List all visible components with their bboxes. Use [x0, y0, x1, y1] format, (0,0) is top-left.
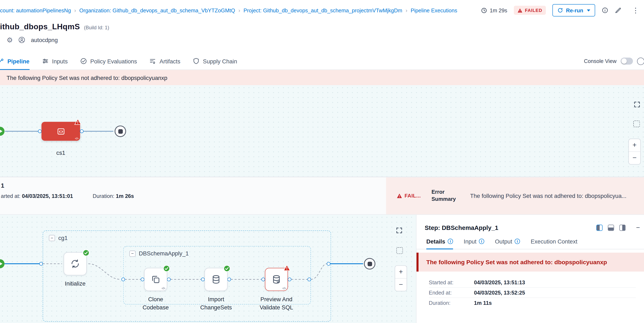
connector-dot[interactable]: [227, 278, 231, 281]
warning-triangle-icon: [397, 193, 402, 198]
tab-label: Supply Chain: [203, 58, 237, 64]
info-circle-icon[interactable]: i: [479, 239, 484, 244]
group-label: cg1: [58, 234, 68, 241]
chevron-right-icon: ›: [74, 7, 76, 14]
console-view-control: Console View: [584, 57, 640, 65]
marquee-select-icon[interactable]: [633, 121, 640, 127]
connector-dot[interactable]: [307, 278, 311, 281]
warning-badge-icon: [74, 118, 81, 125]
minimize-panel-icon[interactable]: −: [636, 224, 640, 231]
custom-stage-icon: [56, 127, 65, 136]
edit-pencil-icon[interactable]: [615, 7, 622, 14]
collapse-icon[interactable]: −: [129, 250, 136, 257]
stage-name: 1: [1, 182, 386, 189]
zoom-in-button[interactable]: +: [629, 139, 640, 151]
fullscreen-icon[interactable]: [633, 101, 641, 108]
breadcrumb-account[interactable]: count: automationPipelinesNg: [0, 7, 71, 14]
stage-duration: Duration: 1m 26s: [93, 193, 134, 199]
breadcrumb-project[interactable]: Project: Github_db_devops_aut_db_schema_…: [244, 7, 402, 14]
clock-icon: [481, 7, 487, 14]
layout-bottom-panel-icon[interactable]: [608, 224, 614, 231]
panel-tab-execution-context[interactable]: Execution Context: [531, 234, 577, 249]
panel-tab-input[interactable]: Input i: [464, 234, 484, 249]
clipped-circle-icon[interactable]: [637, 57, 644, 65]
group-header: − DBSchemaApply_1: [129, 250, 189, 257]
panel-tab-output[interactable]: Output i: [495, 234, 520, 249]
detail-row: Duration: 1m 11s: [429, 298, 636, 308]
tab-pipeline[interactable]: Pipeline: [0, 53, 30, 70]
zoom-controls: + −: [395, 265, 407, 291]
step-detail-rows: Started at: 04/03/2025, 13:51:13 Ended a…: [416, 271, 644, 308]
pipeline-end-node[interactable]: [114, 126, 126, 137]
tab-policy-evaluations[interactable]: Policy Evaluations: [80, 53, 137, 70]
stage-summary-row: 1 arted at: 04/03/2025, 13:51:01 Duratio…: [0, 177, 644, 215]
tab-artifacts[interactable]: Artifacts: [149, 53, 180, 70]
started-at: arted at: 04/03/2025, 13:51:01: [1, 193, 73, 199]
stop-icon: [367, 261, 372, 266]
execution-tab-bar: Pipeline Inputs Policy Evaluations Artif…: [0, 53, 644, 70]
step-details-panel: Step: DBSchemaApply_1 − Details i Input …: [416, 215, 644, 323]
stage-start-node: [0, 259, 4, 268]
rerun-button[interactable]: Re-run: [552, 4, 595, 17]
collapse-icon[interactable]: −: [49, 235, 55, 241]
top-bar: count: automationPipelinesNg › Organizat…: [0, 0, 644, 21]
zoom-controls: + −: [628, 139, 641, 165]
connector-dot[interactable]: [80, 130, 84, 133]
step-node-import-changesets[interactable]: [204, 268, 228, 291]
group-header: − cg1: [49, 234, 68, 241]
meta-row: ⚙ autocdpng: [6, 35, 58, 45]
connector-dot[interactable]: [201, 278, 205, 281]
connector-dot[interactable]: [39, 262, 43, 266]
chevron-right-icon: ›: [406, 7, 408, 14]
kebab-menu-icon[interactable]: ⋮: [632, 6, 639, 15]
connector-dot[interactable]: [327, 262, 330, 266]
zoom-in-button[interactable]: +: [395, 266, 407, 278]
gear-icon[interactable]: ⚙: [6, 36, 13, 43]
step-node-clone-codebase[interactable]: </>: [144, 268, 167, 291]
stage-node-cs1[interactable]: </>: [42, 122, 80, 141]
stage-info: 1 arted at: 04/03/2025, 13:51:01 Duratio…: [0, 177, 386, 214]
zoom-out-button[interactable]: −: [395, 279, 407, 291]
layout-right-panel-icon[interactable]: [619, 224, 625, 231]
code-glyph: </>: [162, 287, 165, 290]
tab-label: Execution Context: [531, 238, 577, 244]
stage-label: cs1: [42, 149, 80, 157]
step-node-preview-validate-sql[interactable]: </>: [265, 268, 288, 291]
shield-icon: [193, 58, 200, 65]
info-circle-icon[interactable]: [602, 7, 608, 14]
console-view-label: Console View: [584, 58, 617, 64]
layout-left-panel-icon[interactable]: [596, 224, 602, 231]
refresh-icon: [558, 7, 563, 13]
console-view-toggle[interactable]: [620, 58, 633, 65]
detail-value: 04/03/2025, 13:52:25: [474, 289, 525, 296]
play-icon: [0, 262, 2, 266]
step-node-initialize[interactable]: [64, 252, 87, 275]
fail-text: FAIL...: [404, 193, 421, 199]
tab-inputs[interactable]: Inputs: [42, 53, 68, 70]
info-circle-icon[interactable]: i: [515, 239, 520, 244]
pipeline-connection-lines: [0, 85, 644, 177]
connector-dot[interactable]: [262, 278, 265, 281]
policy-banner-text: The following Policy Set was not adhered…: [6, 74, 167, 81]
panel-layout-controls: −: [596, 224, 641, 231]
panel-header: Step: DBSchemaApply_1 −: [416, 215, 644, 234]
connector-dot[interactable]: [38, 130, 42, 133]
trigger-user: autocdpng: [31, 37, 58, 43]
stage-end-node[interactable]: [364, 258, 376, 269]
panel-tab-details[interactable]: Details i: [426, 234, 453, 249]
success-badge-icon: [82, 249, 90, 256]
breadcrumb-pipeline-executions[interactable]: Pipeline Executions: [410, 7, 457, 14]
connector-dot[interactable]: [288, 278, 292, 281]
detail-row: Ended at: 04/03/2025, 13:52:25: [429, 288, 636, 298]
breadcrumb-organization[interactable]: Organization: Github_db_devops_aut_db_sc…: [80, 7, 235, 14]
tab-supply-chain[interactable]: Supply Chain: [193, 53, 237, 70]
detail-label: Started at:: [429, 279, 474, 285]
inputs-icon: [42, 58, 49, 65]
zoom-out-button[interactable]: −: [629, 152, 640, 164]
connector-dot[interactable]: [141, 278, 144, 281]
marquee-select-icon[interactable]: [396, 247, 403, 254]
fullscreen-icon[interactable]: [396, 227, 403, 234]
info-circle-icon[interactable]: i: [448, 239, 453, 244]
connector-dot[interactable]: [167, 278, 171, 281]
connector-dot[interactable]: [122, 278, 125, 281]
